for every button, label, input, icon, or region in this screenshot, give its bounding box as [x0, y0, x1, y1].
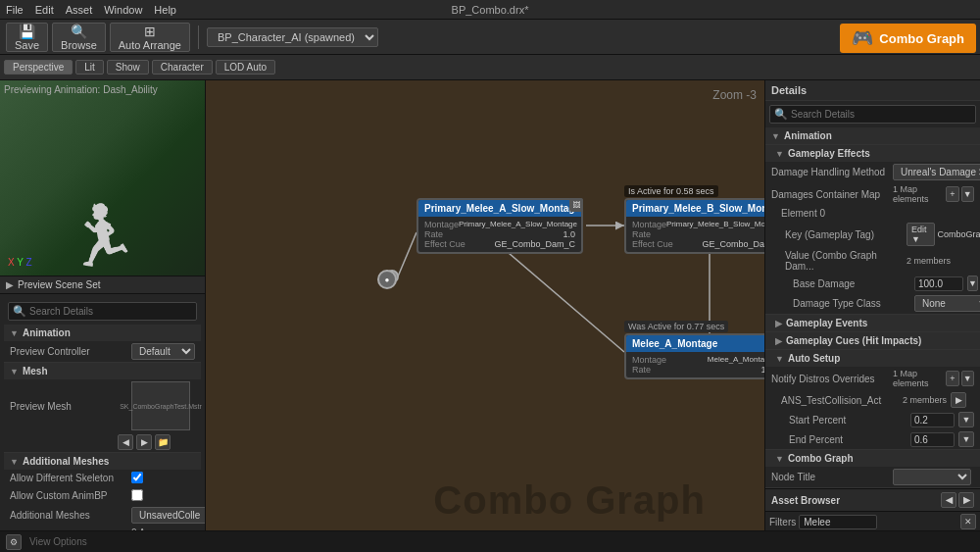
mesh-back-btn[interactable]: ◀ [118, 434, 133, 450]
node-title-label: Node Title [771, 472, 889, 482]
damages-add-btn[interactable]: + [946, 186, 958, 202]
save-button[interactable]: 💾 Save [6, 23, 48, 52]
bp-selector-dropdown[interactable]: BP_Character_AI (spawned) [207, 27, 378, 47]
browse-button[interactable]: 🔍 Browse [52, 23, 106, 52]
preview-controller-label: Preview Controller [10, 346, 127, 357]
notify-arrow-btn[interactable]: ▼ [961, 371, 974, 386]
base-damage-input[interactable] [914, 276, 963, 291]
anis-arrow[interactable]: ▶ [951, 392, 966, 408]
base-damage-btn[interactable]: ▼ [967, 276, 978, 291]
left-panel: Previewing Animation: Dash_Ability 🏃 X Y… [0, 80, 206, 552]
element-0-label: Element 0 [781, 208, 899, 219]
scene-icon: ▶ [6, 279, 14, 290]
filter-clear-btn[interactable]: ✕ [960, 514, 976, 529]
additional-meshes-header[interactable]: ▼ Additional Meshes [4, 453, 201, 470]
node-primary-melee-b[interactable]: Primary_Melee_B_Slow_Montage MontagePrim… [624, 198, 764, 254]
bottom-options-btn[interactable]: ⚙ [6, 534, 22, 550]
damages-arrow-btn[interactable]: ▼ [961, 186, 974, 202]
filter-input[interactable] [799, 515, 877, 529]
animation-section: ▼ Animation Preview Controller Default [4, 325, 201, 363]
notify-overrides-label: Notify Distros Overrides [771, 374, 889, 384]
combo-graph-section-label: Combo Graph [788, 453, 854, 464]
character-button[interactable]: Character [152, 60, 213, 75]
allow-custom-anim-checkbox[interactable] [131, 489, 143, 501]
auto-arrange-button[interactable]: ⊞ Auto Arrange [110, 23, 190, 52]
node-primary-melee-a-body: MontagePrimary_Melee_A_Slow_Montage Rate… [418, 217, 581, 252]
perspective-button[interactable]: Perspective [4, 60, 73, 75]
gameplay-tag-label: Key (Gameplay Tag) [785, 229, 903, 240]
start-percent-btn[interactable]: ▼ [958, 412, 974, 427]
combo-graph-section-header[interactable]: ▼ Combo Graph [765, 450, 980, 467]
arrange-icon: ⊞ [144, 24, 156, 39]
value-label: Value (Combo Graph Dam... [785, 250, 903, 272]
lit-button[interactable]: Lit [75, 60, 104, 75]
node-title-row: Node Title [765, 467, 980, 487]
graph-area[interactable]: Zoom -3 Combo Graph [206, 80, 764, 552]
lod-button[interactable]: LOD Auto [216, 60, 275, 75]
menu-window[interactable]: Window [104, 4, 142, 16]
allow-custom-anim-label: Allow Custom AnimBP [10, 490, 127, 501]
character-silhouette: 🏃 [66, 207, 139, 266]
right-search-input[interactable] [791, 109, 971, 120]
mesh-folder-btn[interactable]: 📁 [155, 434, 171, 450]
watermark: Combo Graph [433, 478, 706, 523]
search-icon: 🔍 [13, 305, 26, 318]
mesh-section-header[interactable]: ▼ Mesh [4, 363, 201, 379]
left-search[interactable]: 🔍 [8, 302, 197, 321]
node-melee-a[interactable]: Melee_A_Montage MontageMelee_A_Montage R… [624, 333, 764, 379]
bottom-status: View Options [29, 536, 87, 547]
end-percent-row: End Percent ▼ [765, 429, 980, 449]
value-label-row: Value (Combo Graph Dam... 2 members [765, 248, 980, 274]
gameplay-cues-header[interactable]: ▶ Gameplay Cues (Hit Impacts) [765, 332, 980, 349]
show-button[interactable]: Show [107, 60, 149, 75]
additional-meshes-dropdown[interactable]: UnsavedCollection [131, 507, 205, 524]
combo-graph-badge: 🎮 Combo Graph [840, 24, 976, 53]
start-percent-input[interactable] [910, 413, 955, 427]
mesh-nav-row[interactable]: ◀ ▶ 📁 [112, 432, 201, 452]
end-percent-input[interactable] [910, 432, 955, 447]
damages-container-row: Damages Container Map 1 Map elements + ▼ [765, 182, 980, 206]
asset-forward-btn[interactable]: ▶ [958, 492, 974, 508]
entry-node[interactable]: ● [377, 270, 397, 289]
gameplay-events-header[interactable]: ▶ Gameplay Events [765, 315, 980, 331]
node-primary-melee-a-header: Primary_Melee_A_Slow_Montage [418, 200, 581, 217]
scene-set-bar[interactable]: ▶ Preview Scene Set [0, 276, 205, 294]
bottom-bar: ⚙ View Options [0, 530, 980, 552]
asset-toolbar: Filters ✕ [765, 512, 980, 532]
svg-line-3 [398, 232, 416, 276]
combo-graph-label: Combo Graph [879, 31, 964, 46]
preview-controller-dropdown[interactable]: Default [131, 343, 195, 360]
allow-diff-skeleton-checkbox[interactable] [131, 472, 143, 483]
animation-section-header[interactable]: ▼ Animation [4, 325, 201, 341]
edit-label[interactable]: Edit ▼ [906, 223, 935, 246]
node-title-dropdown[interactable] [893, 469, 971, 485]
end-percent-btn[interactable]: ▼ [958, 431, 974, 447]
gameplay-events-section: ▶ Gameplay Events [765, 315, 980, 332]
node-primary-melee-b-body: MontagePrimary_Melee_B_Slow_Montage Rate… [626, 217, 764, 252]
zoom-label: Zoom -3 [712, 88, 757, 102]
right-search[interactable]: 🔍 [769, 105, 976, 124]
notify-overrides-row: Notify Distros Overrides 1 Map elements … [765, 367, 980, 390]
preview-mesh-label: Preview Mesh [10, 401, 127, 412]
asset-back-btn[interactable]: ◀ [941, 492, 956, 508]
damage-type-dropdown[interactable]: None [914, 295, 980, 312]
menu-asset[interactable]: Asset [66, 4, 93, 16]
mesh-forward-btn[interactable]: ▶ [136, 434, 152, 450]
left-search-input[interactable] [29, 306, 192, 317]
viewport-label: Previewing Animation: Dash_Ability [4, 84, 158, 95]
damage-handling-dropdown[interactable]: Unreal's Damage System [893, 164, 980, 180]
node-primary-melee-a[interactable]: Primary_Melee_A_Slow_Montage MontagePrim… [416, 198, 583, 254]
auto-setup-header[interactable]: ▼ Auto Setup [765, 350, 980, 367]
gameplay-tag-value: ComboGraphTest.Event.Montage.Hit [937, 229, 980, 239]
was-active-label: Is Active for 0.58 secs [624, 185, 718, 197]
notify-add-btn[interactable]: + [946, 371, 958, 386]
menu-help[interactable]: Help [154, 4, 176, 16]
asset-browser-header: Asset Browser ◀ ▶ [765, 489, 980, 512]
gameplay-effects-header[interactable]: ▼ Gameplay Effects [765, 145, 980, 162]
menu-edit[interactable]: Edit [35, 4, 54, 16]
menu-file[interactable]: File [6, 4, 24, 16]
mesh-preview-name: SK_ComboGraphTest.Mstr [120, 403, 202, 410]
start-percent-label: Start Percent [789, 415, 906, 426]
end-percent-label: End Percent [789, 434, 906, 445]
right-animation-header[interactable]: ▼ Animation [765, 127, 980, 144]
